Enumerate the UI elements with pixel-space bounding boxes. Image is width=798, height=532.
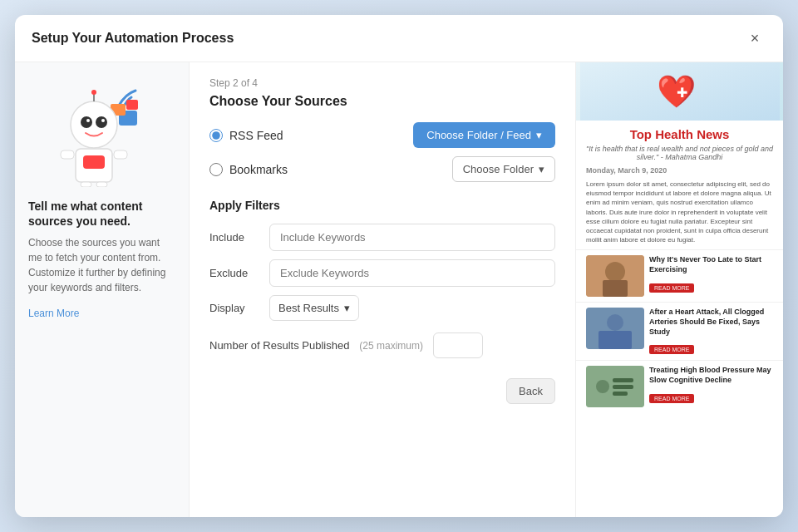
learn-more-link[interactable]: Learn More xyxy=(28,308,79,319)
preview-quote: "It is health that is real wealth and no… xyxy=(576,145,783,165)
sidebar-text: Choose the sources you want me to fetch … xyxy=(28,235,175,295)
robot-illustration xyxy=(48,79,156,187)
step-label: Step 2 of 4 xyxy=(209,77,555,89)
modal-body: Tell me what content sources you need. C… xyxy=(15,62,783,517)
rss-feed-text: RSS Feed xyxy=(229,129,283,142)
article-2-text: After a Heart Attack, All Clogged Arteri… xyxy=(649,308,773,355)
choose-folder-feed-button[interactable]: Choose Folder / Feed ▾ xyxy=(413,122,555,148)
exclude-label: Exclude xyxy=(209,267,259,279)
svg-rect-42 xyxy=(613,378,633,382)
preview-article-2: After a Heart Attack, All Clogged Arteri… xyxy=(576,302,783,360)
bookmarks-row: Bookmarks Choose Folder ▾ xyxy=(209,156,555,182)
bookmarks-text: Bookmarks xyxy=(229,163,288,176)
svg-point-19 xyxy=(81,116,92,128)
svg-point-35 xyxy=(605,262,625,282)
svg-point-24 xyxy=(91,90,96,95)
sidebar-heading: Tell me what content sources you need. xyxy=(28,199,175,229)
chevron-down-icon: ▾ xyxy=(536,129,542,141)
svg-rect-44 xyxy=(613,392,628,396)
choose-folder-feed-label: Choose Folder / Feed xyxy=(426,129,531,141)
article-3-text: Treating High Blood Pressure May Slow Co… xyxy=(649,366,773,407)
svg-rect-27 xyxy=(61,150,74,159)
modal-sidebar: Tell me what content sources you need. C… xyxy=(15,62,190,517)
svg-rect-26 xyxy=(83,155,105,169)
rss-feed-label[interactable]: RSS Feed xyxy=(209,129,283,142)
preview-body-text: Lorem ipsum dolor sit amet, consectetur … xyxy=(576,178,783,249)
display-chevron-icon: ▾ xyxy=(344,302,350,314)
svg-rect-17 xyxy=(126,100,138,110)
display-select[interactable]: Best Results ▾ xyxy=(269,295,359,321)
exclude-input[interactable] xyxy=(269,259,555,287)
close-button[interactable]: × xyxy=(743,27,766,50)
main-modal: Setup Your Automation Process × xyxy=(15,15,783,517)
include-row: Include xyxy=(209,224,555,251)
display-row: Display Best Results ▾ xyxy=(209,295,555,321)
svg-rect-29 xyxy=(81,182,91,187)
svg-rect-36 xyxy=(603,280,628,297)
svg-point-41 xyxy=(596,380,609,393)
svg-point-22 xyxy=(101,119,105,122)
svg-point-18 xyxy=(71,101,117,148)
results-row: Number of Results Published (25 maximum)… xyxy=(209,332,555,358)
preview-title: Top Health News xyxy=(576,121,783,145)
include-label: Include xyxy=(209,231,259,244)
preview-header-bg: ❤️ ✚ xyxy=(580,62,780,121)
choose-folder-label: Choose Folder xyxy=(463,163,534,175)
exclude-row: Exclude xyxy=(209,259,555,287)
article-3-image xyxy=(586,366,644,407)
svg-rect-28 xyxy=(114,150,127,159)
svg-point-38 xyxy=(607,314,623,331)
back-button[interactable]: Back xyxy=(506,378,555,404)
rss-feed-row: RSS Feed Choose Folder / Feed ▾ xyxy=(209,122,555,148)
main-content: Step 2 of 4 Choose Your Sources RSS Feed… xyxy=(190,62,575,517)
choose-sources-title: Choose Your Sources xyxy=(209,94,555,109)
svg-point-21 xyxy=(96,116,107,128)
bookmarks-radio[interactable] xyxy=(209,163,223,176)
svg-point-20 xyxy=(86,119,90,122)
preview-article-1: Why It's Never Too Late to Start Exercis… xyxy=(576,249,783,302)
apply-filters-title: Apply Filters xyxy=(209,199,555,212)
article-1-read-more-button[interactable]: READ MORE xyxy=(649,283,694,293)
preview-article-3: Treating High Blood Pressure May Slow Co… xyxy=(576,360,783,412)
display-value: Best Results xyxy=(278,302,339,314)
article-1-image xyxy=(586,255,644,297)
article-1-text: Why It's Never Too Late to Start Exercis… xyxy=(649,255,773,297)
results-input[interactable]: 10 xyxy=(433,332,483,358)
article-2-image xyxy=(586,308,644,349)
apply-filters-section: Apply Filters Include Exclude Display Be… xyxy=(209,199,555,358)
rss-feed-radio[interactable] xyxy=(209,129,223,142)
article-1-title: Why It's Never Too Late to Start Exercis… xyxy=(649,255,773,274)
results-note: (25 maximum) xyxy=(359,340,423,352)
include-input[interactable] xyxy=(269,224,555,251)
choose-folder-button[interactable]: Choose Folder ▾ xyxy=(452,156,555,182)
preview-panel: ❤️ ✚ Top Health News "It is health that … xyxy=(575,62,783,517)
svg-rect-30 xyxy=(96,182,107,187)
preview-date: Monday, March 9, 2020 xyxy=(576,165,783,178)
display-label: Display xyxy=(209,302,259,314)
svg-rect-43 xyxy=(613,385,633,389)
article-2-title: After a Heart Attack, All Clogged Arteri… xyxy=(649,308,773,337)
article-3-read-more-button[interactable]: READ MORE xyxy=(649,394,694,403)
preview-header-image: ❤️ ✚ xyxy=(576,62,783,121)
results-label: Number of Results Published xyxy=(209,339,349,352)
footer-buttons: Back xyxy=(209,372,555,404)
article-3-title: Treating High Blood Pressure May Slow Co… xyxy=(649,366,773,385)
bookmarks-label[interactable]: Bookmarks xyxy=(209,163,288,176)
svg-rect-39 xyxy=(598,331,632,349)
modal-title: Setup Your Automation Process xyxy=(32,31,234,46)
modal-header: Setup Your Automation Process × xyxy=(15,15,783,62)
chevron-folder-icon: ▾ xyxy=(539,163,544,175)
article-2-read-more-button[interactable]: READ MORE xyxy=(649,345,694,354)
svg-text:✚: ✚ xyxy=(676,86,687,100)
